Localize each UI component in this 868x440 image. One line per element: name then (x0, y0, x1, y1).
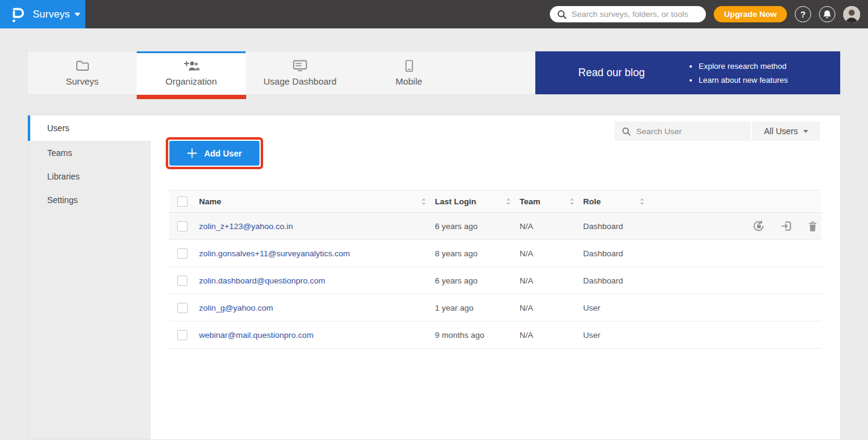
delete-icon[interactable] (808, 221, 818, 232)
users-table: Name Last Login Team (169, 190, 821, 349)
row-checkbox[interactable] (177, 330, 188, 340)
table-row: webinar@mail.questionpro.com 9 months ag… (169, 322, 821, 349)
table-row: zolin_g@yahoo.com 1 year ago N/A User (169, 294, 821, 322)
reset-password-icon[interactable] (752, 219, 765, 233)
help-button[interactable]: ? (795, 6, 811, 22)
column-header-team[interactable]: Team (520, 197, 540, 206)
global-search-input[interactable] (572, 10, 699, 19)
row-checkbox[interactable] (177, 276, 188, 286)
row-checkbox[interactable] (177, 303, 188, 313)
users-table-header: Name Last Login Team (169, 190, 821, 213)
annotation-highlight-add-user: Add User (166, 137, 263, 169)
blog-promo-panel[interactable]: Read our blog Explore research method Le… (535, 51, 840, 94)
column-header-last-login[interactable]: Last Login (435, 197, 476, 206)
team-value: N/A (520, 222, 534, 231)
team-value: N/A (520, 303, 534, 312)
topbar: Surveys Upgrade Now ? (0, 0, 868, 28)
plus-icon (187, 148, 197, 158)
blog-bullet: Learn about new features (699, 73, 788, 87)
app-menu-label: Surveys (33, 8, 70, 21)
sidebar-item-users[interactable]: Users (28, 115, 151, 141)
sidebar-item-settings[interactable]: Settings (28, 188, 151, 212)
table-row: zolin_z+123@yahoo.co.in 6 years ago N/A … (169, 213, 821, 240)
tab-label: Usage Dashboard (264, 76, 337, 86)
folder-icon (76, 60, 90, 72)
mobile-icon (405, 60, 413, 72)
last-login-value: 6 years ago (435, 276, 478, 285)
role-value: Dashboard (583, 222, 623, 231)
tab-label: Surveys (66, 76, 99, 86)
team-value: N/A (520, 249, 534, 258)
sidebar-item-label: Settings (47, 195, 78, 205)
last-login-value: 1 year ago (435, 303, 474, 312)
sidebar-item-teams[interactable]: Teams (28, 141, 151, 164)
settings-sidebar: Users Teams Libraries Settings (28, 115, 151, 439)
last-login-value: 8 years ago (435, 249, 478, 258)
tab-surveys[interactable]: Surveys (28, 51, 137, 94)
add-user-label: Add User (204, 149, 241, 158)
user-filter-bar: All Users (615, 121, 820, 141)
users-panel: All Users Add User Name (151, 115, 840, 439)
dashboard-icon (293, 60, 307, 72)
table-row: zolin.dashboard@questionpro.com 6 years … (169, 267, 821, 294)
sort-icon[interactable] (506, 198, 511, 205)
add-user-button[interactable]: Add User (169, 141, 259, 166)
role-value: User (583, 303, 601, 312)
role-value: Dashboard (583, 249, 623, 258)
search-icon (557, 10, 567, 19)
sort-icon[interactable] (639, 198, 645, 205)
user-avatar[interactable] (843, 6, 860, 23)
table-row: zolin.gonsalves+11@surveyanalytics.com 8… (169, 240, 821, 267)
blog-panel-title: Read our blog (535, 66, 688, 79)
last-login-value: 6 years ago (435, 222, 478, 231)
blog-bullet-list: Explore research method Learn about new … (688, 59, 788, 87)
row-checkbox[interactable] (177, 221, 188, 231)
team-value: N/A (520, 276, 534, 285)
column-header-role[interactable]: Role (583, 197, 601, 206)
column-header-name[interactable]: Name (199, 197, 221, 206)
tab-label: Mobile (396, 76, 422, 86)
team-value: N/A (520, 331, 534, 340)
role-value: Dashboard (583, 276, 623, 285)
global-search[interactable] (550, 6, 706, 22)
questionpro-logo-icon (10, 6, 25, 23)
tab-organization[interactable]: Organization (137, 51, 246, 94)
tab-mobile[interactable]: Mobile (354, 51, 463, 94)
all-users-dropdown-value: All Users (764, 126, 798, 136)
user-name-link[interactable]: zolin.gonsalves+11@surveyanalytics.com (199, 249, 350, 258)
search-icon (622, 127, 631, 136)
content-card: Users Teams Libraries Settings All Users (27, 115, 841, 440)
tab-usage-dashboard[interactable]: Usage Dashboard (246, 51, 354, 94)
login-as-user-icon[interactable] (780, 220, 792, 232)
user-name-link[interactable]: zolin_z+123@yahoo.co.in (199, 222, 293, 231)
app-logo-menu[interactable]: Surveys (0, 0, 85, 28)
role-value: User (583, 331, 601, 340)
sidebar-item-libraries[interactable]: Libraries (28, 164, 151, 188)
avatar-photo (843, 6, 860, 23)
add-people-icon (183, 60, 200, 72)
user-name-link[interactable]: zolin_g@yahoo.com (199, 303, 273, 312)
blog-bullet: Explore research method (699, 59, 788, 73)
sidebar-item-label: Libraries (47, 172, 80, 181)
sort-icon[interactable] (421, 198, 426, 205)
user-name-link[interactable]: webinar@mail.questionpro.com (199, 331, 313, 340)
search-user-input[interactable] (636, 127, 743, 136)
sidebar-item-label: Users (47, 123, 70, 133)
upgrade-now-button[interactable]: Upgrade Now (714, 6, 787, 22)
tab-label: Organization (165, 76, 217, 86)
chevron-down-icon (803, 130, 808, 133)
search-user-field[interactable] (615, 121, 751, 141)
notifications-button[interactable] (819, 6, 835, 22)
select-all-checkbox[interactable] (177, 196, 188, 207)
last-login-value: 9 months ago (435, 331, 485, 340)
user-name-link[interactable]: zolin.dashboard@questionpro.com (199, 276, 325, 285)
sidebar-item-label: Teams (47, 148, 72, 158)
chevron-down-icon (74, 13, 80, 16)
bell-icon (822, 9, 832, 19)
annotation-highlight-tab-underline (137, 95, 246, 99)
all-users-dropdown[interactable]: All Users (752, 121, 820, 141)
module-tabbar: Surveys Organization Usage Dashboard (27, 51, 841, 95)
sort-icon[interactable] (569, 198, 575, 205)
row-checkbox[interactable] (177, 248, 188, 259)
